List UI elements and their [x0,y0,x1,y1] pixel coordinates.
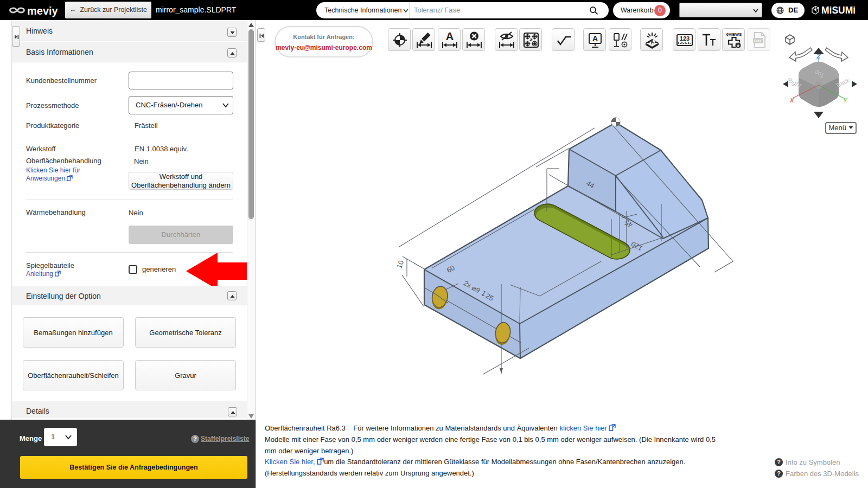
svg-text:123: 123 [680,35,690,42]
svg-text:A: A [592,34,598,43]
svg-text:MiSUMi: MiSUMi [821,5,856,16]
svg-text:6VIEWS: 6VIEWS [726,32,742,37]
svg-text:meviy: meviy [27,5,59,17]
svg-text:X: X [789,97,794,104]
svg-text:A: A [446,31,454,42]
svg-text:Y: Y [843,97,847,104]
svg-text:10: 10 [395,259,405,269]
svg-text:DXF: DXF [754,38,763,43]
